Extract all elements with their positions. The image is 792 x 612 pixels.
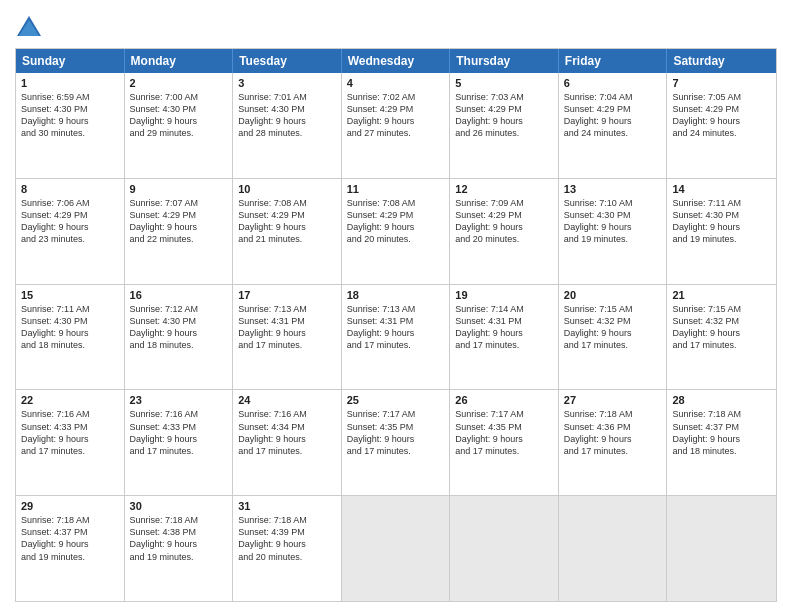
- day-cell-14: 14Sunrise: 7:11 AM Sunset: 4:30 PM Dayli…: [667, 179, 776, 284]
- day-cell-22: 22Sunrise: 7:16 AM Sunset: 4:33 PM Dayli…: [16, 390, 125, 495]
- day-number: 16: [130, 289, 228, 301]
- weekday-header-tuesday: Tuesday: [233, 49, 342, 73]
- day-cell-23: 23Sunrise: 7:16 AM Sunset: 4:33 PM Dayli…: [125, 390, 234, 495]
- weekday-header-friday: Friday: [559, 49, 668, 73]
- day-number: 31: [238, 500, 336, 512]
- calendar-row-5: 29Sunrise: 7:18 AM Sunset: 4:37 PM Dayli…: [16, 495, 776, 601]
- day-number: 22: [21, 394, 119, 406]
- calendar-row-1: 1Sunrise: 6:59 AM Sunset: 4:30 PM Daylig…: [16, 73, 776, 178]
- calendar-header: SundayMondayTuesdayWednesdayThursdayFrid…: [16, 49, 776, 73]
- empty-cell: [450, 496, 559, 601]
- cell-details: Sunrise: 7:16 AM Sunset: 4:33 PM Dayligh…: [130, 408, 228, 457]
- cell-details: Sunrise: 7:16 AM Sunset: 4:33 PM Dayligh…: [21, 408, 119, 457]
- empty-cell: [342, 496, 451, 601]
- calendar: SundayMondayTuesdayWednesdayThursdayFrid…: [15, 48, 777, 602]
- logo-icon: [15, 14, 43, 42]
- day-number: 15: [21, 289, 119, 301]
- day-number: 13: [564, 183, 662, 195]
- day-cell-21: 21Sunrise: 7:15 AM Sunset: 4:32 PM Dayli…: [667, 285, 776, 390]
- weekday-header-sunday: Sunday: [16, 49, 125, 73]
- day-cell-9: 9Sunrise: 7:07 AM Sunset: 4:29 PM Daylig…: [125, 179, 234, 284]
- header: [15, 10, 777, 42]
- day-cell-8: 8Sunrise: 7:06 AM Sunset: 4:29 PM Daylig…: [16, 179, 125, 284]
- day-cell-24: 24Sunrise: 7:16 AM Sunset: 4:34 PM Dayli…: [233, 390, 342, 495]
- cell-details: Sunrise: 7:11 AM Sunset: 4:30 PM Dayligh…: [21, 303, 119, 352]
- empty-cell: [667, 496, 776, 601]
- day-number: 12: [455, 183, 553, 195]
- day-cell-10: 10Sunrise: 7:08 AM Sunset: 4:29 PM Dayli…: [233, 179, 342, 284]
- cell-details: Sunrise: 7:16 AM Sunset: 4:34 PM Dayligh…: [238, 408, 336, 457]
- cell-details: Sunrise: 7:00 AM Sunset: 4:30 PM Dayligh…: [130, 91, 228, 140]
- day-number: 23: [130, 394, 228, 406]
- day-number: 18: [347, 289, 445, 301]
- day-cell-31: 31Sunrise: 7:18 AM Sunset: 4:39 PM Dayli…: [233, 496, 342, 601]
- day-number: 10: [238, 183, 336, 195]
- day-number: 29: [21, 500, 119, 512]
- day-cell-3: 3Sunrise: 7:01 AM Sunset: 4:30 PM Daylig…: [233, 73, 342, 178]
- cell-details: Sunrise: 7:18 AM Sunset: 4:37 PM Dayligh…: [672, 408, 771, 457]
- day-cell-19: 19Sunrise: 7:14 AM Sunset: 4:31 PM Dayli…: [450, 285, 559, 390]
- weekday-header-thursday: Thursday: [450, 49, 559, 73]
- weekday-header-monday: Monday: [125, 49, 234, 73]
- day-cell-18: 18Sunrise: 7:13 AM Sunset: 4:31 PM Dayli…: [342, 285, 451, 390]
- day-cell-20: 20Sunrise: 7:15 AM Sunset: 4:32 PM Dayli…: [559, 285, 668, 390]
- cell-details: Sunrise: 7:09 AM Sunset: 4:29 PM Dayligh…: [455, 197, 553, 246]
- day-number: 2: [130, 77, 228, 89]
- day-number: 6: [564, 77, 662, 89]
- cell-details: Sunrise: 7:02 AM Sunset: 4:29 PM Dayligh…: [347, 91, 445, 140]
- cell-details: Sunrise: 7:01 AM Sunset: 4:30 PM Dayligh…: [238, 91, 336, 140]
- day-number: 17: [238, 289, 336, 301]
- day-cell-16: 16Sunrise: 7:12 AM Sunset: 4:30 PM Dayli…: [125, 285, 234, 390]
- calendar-row-2: 8Sunrise: 7:06 AM Sunset: 4:29 PM Daylig…: [16, 178, 776, 284]
- cell-details: Sunrise: 7:17 AM Sunset: 4:35 PM Dayligh…: [455, 408, 553, 457]
- page: SundayMondayTuesdayWednesdayThursdayFrid…: [0, 0, 792, 612]
- day-cell-25: 25Sunrise: 7:17 AM Sunset: 4:35 PM Dayli…: [342, 390, 451, 495]
- cell-details: Sunrise: 7:14 AM Sunset: 4:31 PM Dayligh…: [455, 303, 553, 352]
- day-number: 14: [672, 183, 771, 195]
- day-number: 3: [238, 77, 336, 89]
- day-cell-2: 2Sunrise: 7:00 AM Sunset: 4:30 PM Daylig…: [125, 73, 234, 178]
- day-number: 26: [455, 394, 553, 406]
- day-number: 24: [238, 394, 336, 406]
- day-number: 30: [130, 500, 228, 512]
- cell-details: Sunrise: 7:18 AM Sunset: 4:37 PM Dayligh…: [21, 514, 119, 563]
- day-cell-13: 13Sunrise: 7:10 AM Sunset: 4:30 PM Dayli…: [559, 179, 668, 284]
- cell-details: Sunrise: 7:15 AM Sunset: 4:32 PM Dayligh…: [672, 303, 771, 352]
- day-number: 8: [21, 183, 119, 195]
- day-cell-6: 6Sunrise: 7:04 AM Sunset: 4:29 PM Daylig…: [559, 73, 668, 178]
- day-number: 25: [347, 394, 445, 406]
- day-number: 1: [21, 77, 119, 89]
- cell-details: Sunrise: 7:12 AM Sunset: 4:30 PM Dayligh…: [130, 303, 228, 352]
- cell-details: Sunrise: 7:06 AM Sunset: 4:29 PM Dayligh…: [21, 197, 119, 246]
- cell-details: Sunrise: 7:08 AM Sunset: 4:29 PM Dayligh…: [238, 197, 336, 246]
- day-cell-4: 4Sunrise: 7:02 AM Sunset: 4:29 PM Daylig…: [342, 73, 451, 178]
- day-number: 27: [564, 394, 662, 406]
- cell-details: Sunrise: 7:17 AM Sunset: 4:35 PM Dayligh…: [347, 408, 445, 457]
- day-cell-5: 5Sunrise: 7:03 AM Sunset: 4:29 PM Daylig…: [450, 73, 559, 178]
- day-cell-15: 15Sunrise: 7:11 AM Sunset: 4:30 PM Dayli…: [16, 285, 125, 390]
- day-cell-30: 30Sunrise: 7:18 AM Sunset: 4:38 PM Dayli…: [125, 496, 234, 601]
- day-number: 7: [672, 77, 771, 89]
- empty-cell: [559, 496, 668, 601]
- day-cell-26: 26Sunrise: 7:17 AM Sunset: 4:35 PM Dayli…: [450, 390, 559, 495]
- calendar-body: 1Sunrise: 6:59 AM Sunset: 4:30 PM Daylig…: [16, 73, 776, 601]
- calendar-row-3: 15Sunrise: 7:11 AM Sunset: 4:30 PM Dayli…: [16, 284, 776, 390]
- cell-details: Sunrise: 7:18 AM Sunset: 4:36 PM Dayligh…: [564, 408, 662, 457]
- day-number: 21: [672, 289, 771, 301]
- day-cell-11: 11Sunrise: 7:08 AM Sunset: 4:29 PM Dayli…: [342, 179, 451, 284]
- day-number: 5: [455, 77, 553, 89]
- cell-details: Sunrise: 7:13 AM Sunset: 4:31 PM Dayligh…: [238, 303, 336, 352]
- cell-details: Sunrise: 7:05 AM Sunset: 4:29 PM Dayligh…: [672, 91, 771, 140]
- cell-details: Sunrise: 7:07 AM Sunset: 4:29 PM Dayligh…: [130, 197, 228, 246]
- cell-details: Sunrise: 7:18 AM Sunset: 4:39 PM Dayligh…: [238, 514, 336, 563]
- cell-details: Sunrise: 7:03 AM Sunset: 4:29 PM Dayligh…: [455, 91, 553, 140]
- weekday-header-wednesday: Wednesday: [342, 49, 451, 73]
- cell-details: Sunrise: 7:11 AM Sunset: 4:30 PM Dayligh…: [672, 197, 771, 246]
- day-number: 28: [672, 394, 771, 406]
- day-cell-28: 28Sunrise: 7:18 AM Sunset: 4:37 PM Dayli…: [667, 390, 776, 495]
- day-number: 9: [130, 183, 228, 195]
- logo: [15, 14, 47, 42]
- day-cell-1: 1Sunrise: 6:59 AM Sunset: 4:30 PM Daylig…: [16, 73, 125, 178]
- calendar-row-4: 22Sunrise: 7:16 AM Sunset: 4:33 PM Dayli…: [16, 389, 776, 495]
- weekday-header-saturday: Saturday: [667, 49, 776, 73]
